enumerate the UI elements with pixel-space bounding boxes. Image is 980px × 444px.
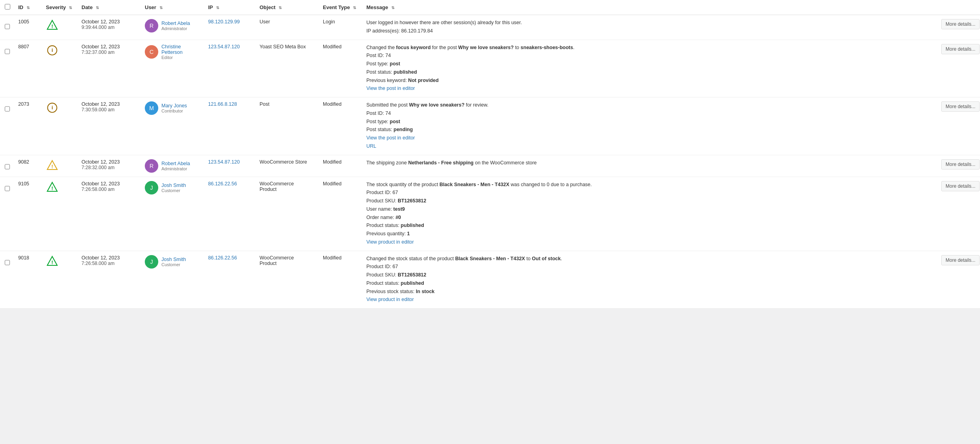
more-details-button[interactable]: More details...: [941, 19, 980, 29]
th-message[interactable]: Message ⇅: [362, 0, 936, 15]
table-row: 8807 i October 12, 2023 7:32:37.000 am C…: [0, 40, 980, 97]
th-id-label: ID: [18, 4, 23, 10]
table-row: 1005 ! October 12, 2023 9:39:44.000 am R…: [0, 15, 980, 40]
user-role: Contributor: [161, 109, 187, 113]
date-value: October 12, 2023: [82, 159, 135, 165]
audit-log-table: ID ⇅ Severity ⇅ Date ⇅ User ⇅ IP ⇅: [0, 0, 980, 309]
user-name[interactable]: Robert Abela: [161, 21, 190, 26]
user-cell: R Robert Abela Administrator: [145, 19, 199, 32]
time-value: 7:32:37.000 am: [82, 50, 135, 55]
row-id: 9018: [13, 251, 41, 309]
row-checkbox-cell: [0, 15, 13, 40]
row-ip: 86.126.22.56: [203, 251, 255, 309]
row-severity: i: [41, 40, 77, 97]
row-event-type: Modified: [318, 40, 362, 97]
severity-icon: !: [46, 255, 59, 268]
th-object[interactable]: Object ⇅: [255, 0, 318, 15]
th-date[interactable]: Date ⇅: [77, 0, 140, 15]
id-sort-icon: ⇅: [27, 6, 30, 10]
more-details-button[interactable]: More details...: [941, 181, 980, 191]
ip-link[interactable]: 121.66.8.128: [208, 101, 237, 107]
message-link[interactable]: View the post in editor: [366, 86, 415, 91]
severity-icon: i: [46, 101, 59, 114]
avatar: J: [145, 181, 158, 194]
row-message: Changed the stock status of the product …: [362, 251, 936, 309]
row-checkbox-cell: [0, 40, 13, 97]
row-date: October 12, 2023 7:26:58.000 am: [77, 251, 140, 309]
row-object: User: [255, 15, 318, 40]
more-details-button[interactable]: More details...: [941, 101, 980, 112]
th-severity-label: Severity: [46, 4, 66, 10]
row-checkbox[interactable]: [5, 186, 10, 191]
ip-link[interactable]: 123.54.87.120: [208, 159, 240, 165]
row-action: More details...: [936, 155, 980, 177]
th-message-label: Message: [366, 4, 388, 10]
th-user[interactable]: User ⇅: [140, 0, 203, 15]
row-checkbox[interactable]: [5, 164, 10, 170]
row-user: M Mary Jones Contributor: [140, 97, 203, 155]
message-sort-icon: ⇅: [391, 6, 394, 10]
date-value: October 12, 2023: [82, 181, 135, 187]
avatar: R: [145, 19, 158, 32]
message-link[interactable]: View the post in editor: [366, 135, 415, 141]
user-info: Josh Smith Customer: [161, 257, 186, 267]
th-ip[interactable]: IP ⇅: [203, 0, 255, 15]
select-all-checkbox[interactable]: [5, 4, 10, 10]
user-name[interactable]: Mary Jones: [161, 103, 187, 109]
row-message: The shipping zone Netherlands - Free shi…: [362, 155, 936, 177]
ip-link[interactable]: 86.126.22.56: [208, 255, 237, 261]
row-date: October 12, 2023 7:26:58.000 am: [77, 177, 140, 251]
user-name[interactable]: Josh Smith: [161, 257, 186, 262]
severity-icon: !: [46, 19, 59, 32]
message-link[interactable]: URL: [366, 143, 376, 149]
row-message: Changed the focus keyword for the post W…: [362, 40, 936, 97]
table-row: 9082 ! October 12, 2023 7:28:32.000 am R…: [0, 155, 980, 177]
audit-log-table-container: ID ⇅ Severity ⇅ Date ⇅ User ⇅ IP ⇅: [0, 0, 980, 309]
row-checkbox[interactable]: [5, 49, 10, 54]
th-checkbox[interactable]: [0, 0, 13, 15]
row-object: Post: [255, 97, 318, 155]
row-checkbox-cell: [0, 97, 13, 155]
row-action: More details...: [936, 251, 980, 309]
row-id: 1005: [13, 15, 41, 40]
svg-text:!: !: [51, 163, 53, 169]
message-text: Submitted the post Why we love sneakers?…: [366, 101, 932, 150]
th-id[interactable]: ID ⇅: [13, 0, 41, 15]
severity-icon: i: [46, 44, 59, 57]
table-header-row: ID ⇅ Severity ⇅ Date ⇅ User ⇅ IP ⇅: [0, 0, 980, 15]
message-link[interactable]: View product in editor: [366, 239, 414, 245]
row-action: More details...: [936, 15, 980, 40]
more-details-button[interactable]: More details...: [941, 159, 980, 170]
message-text: User logged in however there are other s…: [366, 19, 932, 35]
message-link[interactable]: View product in editor: [366, 297, 414, 302]
row-ip: 98.120.129.99: [203, 15, 255, 40]
severity-icon: !: [46, 181, 59, 194]
th-severity[interactable]: Severity ⇅: [41, 0, 77, 15]
user-name[interactable]: Christine Petterson: [161, 44, 199, 55]
user-name[interactable]: Josh Smith: [161, 183, 186, 188]
row-id: 2073: [13, 97, 41, 155]
ip-link[interactable]: 98.120.129.99: [208, 19, 240, 25]
row-user: C Christine Petterson Editor: [140, 40, 203, 97]
svg-text:i: i: [51, 105, 53, 111]
user-name[interactable]: Robert Abela: [161, 161, 190, 166]
more-details-button[interactable]: More details...: [941, 44, 980, 54]
row-event-type: Modified: [318, 251, 362, 309]
table-row: 2073 i October 12, 2023 7:30:59.000 am M…: [0, 97, 980, 155]
row-event-type: Login: [318, 15, 362, 40]
row-severity: i: [41, 97, 77, 155]
ip-link[interactable]: 86.126.22.56: [208, 181, 237, 187]
date-sort-icon: ⇅: [96, 6, 99, 10]
ip-link[interactable]: 123.54.87.120: [208, 44, 240, 50]
svg-text:i: i: [51, 47, 53, 53]
time-value: 7:28:32.000 am: [82, 165, 135, 170]
row-ip: 123.54.87.120: [203, 155, 255, 177]
row-checkbox[interactable]: [5, 106, 10, 112]
avatar: J: [145, 255, 158, 269]
th-event-type[interactable]: Event Type ⇅: [318, 0, 362, 15]
row-checkbox[interactable]: [5, 24, 10, 29]
row-checkbox[interactable]: [5, 260, 10, 265]
row-severity: !: [41, 177, 77, 251]
more-details-button[interactable]: More details...: [941, 255, 980, 265]
table-row: 9018 ! October 12, 2023 7:26:58.000 am J…: [0, 251, 980, 309]
